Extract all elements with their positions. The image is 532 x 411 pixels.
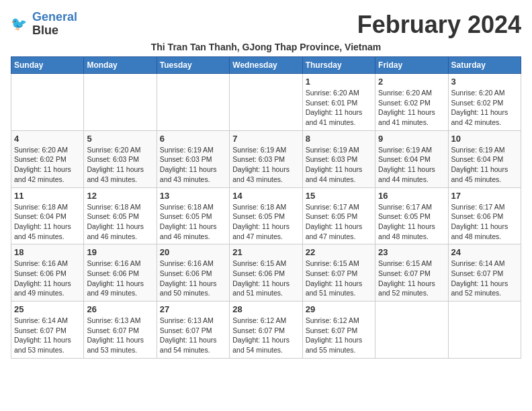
calendar-cell: 6Sunrise: 6:19 AMSunset: 6:03 PMDaylight… bbox=[157, 130, 229, 187]
cell-info: Sunrise: 6:19 AMSunset: 6:03 PMDaylight:… bbox=[232, 145, 299, 185]
week-row-1: 4Sunrise: 6:20 AMSunset: 6:02 PMDaylight… bbox=[11, 130, 521, 187]
calendar-cell: 1Sunrise: 6:20 AMSunset: 6:01 PMDaylight… bbox=[302, 74, 375, 131]
cell-info: Sunrise: 6:20 AMSunset: 6:02 PMDaylight:… bbox=[14, 145, 81, 185]
cell-info: Sunrise: 6:19 AMSunset: 6:03 PMDaylight:… bbox=[306, 145, 372, 185]
day-header-sunday: Sunday bbox=[11, 57, 84, 74]
day-number: 2 bbox=[378, 77, 445, 87]
week-row-4: 25Sunrise: 6:14 AMSunset: 6:07 PMDayligh… bbox=[11, 302, 521, 359]
day-number: 16 bbox=[378, 191, 445, 201]
cell-info: Sunrise: 6:18 AMSunset: 6:05 PMDaylight:… bbox=[232, 202, 299, 242]
day-number: 18 bbox=[14, 247, 81, 257]
day-number: 8 bbox=[306, 134, 372, 144]
day-number: 27 bbox=[160, 304, 226, 314]
day-number: 12 bbox=[87, 191, 153, 201]
cell-info: Sunrise: 6:15 AMSunset: 6:07 PMDaylight:… bbox=[306, 259, 372, 298]
cell-info: Sunrise: 6:16 AMSunset: 6:06 PMDaylight:… bbox=[14, 259, 81, 298]
day-number: 7 bbox=[232, 134, 299, 144]
calendar-cell: 3Sunrise: 6:20 AMSunset: 6:02 PMDaylight… bbox=[448, 74, 521, 131]
day-header-saturday: Saturday bbox=[448, 57, 521, 74]
calendar-cell: 13Sunrise: 6:18 AMSunset: 6:05 PMDayligh… bbox=[157, 187, 229, 244]
calendar-cell: 22Sunrise: 6:15 AMSunset: 6:07 PMDayligh… bbox=[302, 244, 375, 302]
day-number: 22 bbox=[306, 247, 372, 257]
cell-info: Sunrise: 6:12 AMSunset: 6:07 PMDaylight:… bbox=[232, 316, 299, 355]
day-number: 19 bbox=[87, 247, 153, 257]
calendar-cell: 28Sunrise: 6:12 AMSunset: 6:07 PMDayligh… bbox=[230, 302, 302, 359]
day-number: 26 bbox=[87, 304, 153, 314]
day-number: 11 bbox=[14, 191, 81, 201]
calendar-cell: 19Sunrise: 6:16 AMSunset: 6:06 PMDayligh… bbox=[84, 244, 157, 302]
calendar-cell: 11Sunrise: 6:18 AMSunset: 6:04 PMDayligh… bbox=[11, 187, 84, 244]
day-number: 23 bbox=[378, 247, 445, 257]
calendar-cell: 27Sunrise: 6:13 AMSunset: 6:07 PMDayligh… bbox=[157, 302, 229, 359]
day-number: 28 bbox=[232, 304, 299, 314]
day-header-monday: Monday bbox=[84, 57, 157, 74]
calendar-cell: 9Sunrise: 6:19 AMSunset: 6:04 PMDaylight… bbox=[375, 130, 448, 187]
calendar-cell bbox=[11, 74, 84, 131]
day-header-wednesday: Wednesday bbox=[230, 57, 302, 74]
day-header-friday: Friday bbox=[375, 57, 448, 74]
cell-info: Sunrise: 6:19 AMSunset: 6:03 PMDaylight:… bbox=[160, 145, 226, 185]
cell-info: Sunrise: 6:17 AMSunset: 6:06 PMDaylight:… bbox=[451, 202, 518, 242]
month-title: February 2024 bbox=[357, 11, 521, 39]
logo-text: General Blue bbox=[32, 11, 77, 38]
cell-info: Sunrise: 6:15 AMSunset: 6:07 PMDaylight:… bbox=[378, 259, 445, 298]
day-number: 24 bbox=[451, 247, 518, 257]
header-row: SundayMondayTuesdayWednesdayThursdayFrid… bbox=[11, 57, 521, 74]
day-number: 13 bbox=[160, 191, 226, 201]
cell-info: Sunrise: 6:20 AMSunset: 6:02 PMDaylight:… bbox=[451, 88, 518, 128]
calendar-cell: 2Sunrise: 6:20 AMSunset: 6:02 PMDaylight… bbox=[375, 74, 448, 131]
cell-info: Sunrise: 6:14 AMSunset: 6:07 PMDaylight:… bbox=[451, 259, 518, 298]
day-number: 20 bbox=[160, 247, 226, 257]
calendar-cell: 15Sunrise: 6:17 AMSunset: 6:05 PMDayligh… bbox=[302, 187, 375, 244]
calendar-cell bbox=[230, 74, 302, 131]
cell-info: Sunrise: 6:17 AMSunset: 6:05 PMDaylight:… bbox=[306, 202, 372, 242]
day-number: 4 bbox=[14, 134, 81, 144]
calendar-cell: 21Sunrise: 6:15 AMSunset: 6:06 PMDayligh… bbox=[230, 244, 302, 302]
day-number: 10 bbox=[451, 134, 518, 144]
cell-info: Sunrise: 6:15 AMSunset: 6:06 PMDaylight:… bbox=[232, 259, 299, 298]
cell-info: Sunrise: 6:17 AMSunset: 6:05 PMDaylight:… bbox=[378, 202, 445, 242]
day-number: 15 bbox=[306, 191, 372, 201]
calendar-cell: 24Sunrise: 6:14 AMSunset: 6:07 PMDayligh… bbox=[448, 244, 521, 302]
cell-info: Sunrise: 6:13 AMSunset: 6:07 PMDaylight:… bbox=[87, 316, 153, 355]
cell-info: Sunrise: 6:18 AMSunset: 6:05 PMDaylight:… bbox=[87, 202, 153, 242]
cell-info: Sunrise: 6:19 AMSunset: 6:04 PMDaylight:… bbox=[378, 145, 445, 185]
day-number: 6 bbox=[160, 134, 226, 144]
calendar-cell: 26Sunrise: 6:13 AMSunset: 6:07 PMDayligh… bbox=[84, 302, 157, 359]
week-row-0: 1Sunrise: 6:20 AMSunset: 6:01 PMDaylight… bbox=[11, 74, 521, 131]
cell-info: Sunrise: 6:16 AMSunset: 6:06 PMDaylight:… bbox=[87, 259, 153, 298]
day-header-tuesday: Tuesday bbox=[157, 57, 229, 74]
calendar-cell bbox=[375, 302, 448, 359]
day-number: 17 bbox=[451, 191, 518, 201]
calendar-cell: 25Sunrise: 6:14 AMSunset: 6:07 PMDayligh… bbox=[11, 302, 84, 359]
logo: 🐦 General Blue bbox=[11, 11, 77, 38]
calendar-cell bbox=[448, 302, 521, 359]
day-number: 21 bbox=[232, 247, 299, 257]
svg-text:🐦: 🐦 bbox=[11, 15, 28, 31]
calendar-cell bbox=[84, 74, 157, 131]
calendar-cell: 7Sunrise: 6:19 AMSunset: 6:03 PMDaylight… bbox=[230, 130, 302, 187]
calendar-cell: 4Sunrise: 6:20 AMSunset: 6:02 PMDaylight… bbox=[11, 130, 84, 187]
week-row-2: 11Sunrise: 6:18 AMSunset: 6:04 PMDayligh… bbox=[11, 187, 521, 244]
logo-bird-icon: 🐦 bbox=[11, 15, 30, 34]
calendar-cell: 29Sunrise: 6:12 AMSunset: 6:07 PMDayligh… bbox=[302, 302, 375, 359]
calendar-cell: 20Sunrise: 6:16 AMSunset: 6:06 PMDayligh… bbox=[157, 244, 229, 302]
calendar-cell: 16Sunrise: 6:17 AMSunset: 6:05 PMDayligh… bbox=[375, 187, 448, 244]
day-number: 9 bbox=[378, 134, 445, 144]
day-header-thursday: Thursday bbox=[302, 57, 375, 74]
calendar-cell: 23Sunrise: 6:15 AMSunset: 6:07 PMDayligh… bbox=[375, 244, 448, 302]
cell-info: Sunrise: 6:16 AMSunset: 6:06 PMDaylight:… bbox=[160, 259, 226, 298]
cell-info: Sunrise: 6:14 AMSunset: 6:07 PMDaylight:… bbox=[14, 316, 81, 355]
day-number: 1 bbox=[306, 77, 372, 87]
cell-info: Sunrise: 6:12 AMSunset: 6:07 PMDaylight:… bbox=[306, 316, 372, 355]
calendar-cell bbox=[157, 74, 229, 131]
calendar-cell: 5Sunrise: 6:20 AMSunset: 6:03 PMDaylight… bbox=[84, 130, 157, 187]
week-row-3: 18Sunrise: 6:16 AMSunset: 6:06 PMDayligh… bbox=[11, 244, 521, 302]
cell-info: Sunrise: 6:19 AMSunset: 6:04 PMDaylight:… bbox=[451, 145, 518, 185]
header: 🐦 General Blue February 2024 bbox=[11, 11, 521, 39]
cell-info: Sunrise: 6:20 AMSunset: 6:03 PMDaylight:… bbox=[87, 145, 153, 185]
day-number: 29 bbox=[306, 304, 372, 314]
calendar-table: SundayMondayTuesdayWednesdayThursdayFrid… bbox=[11, 56, 521, 359]
day-number: 5 bbox=[87, 134, 153, 144]
day-number: 14 bbox=[232, 191, 299, 201]
